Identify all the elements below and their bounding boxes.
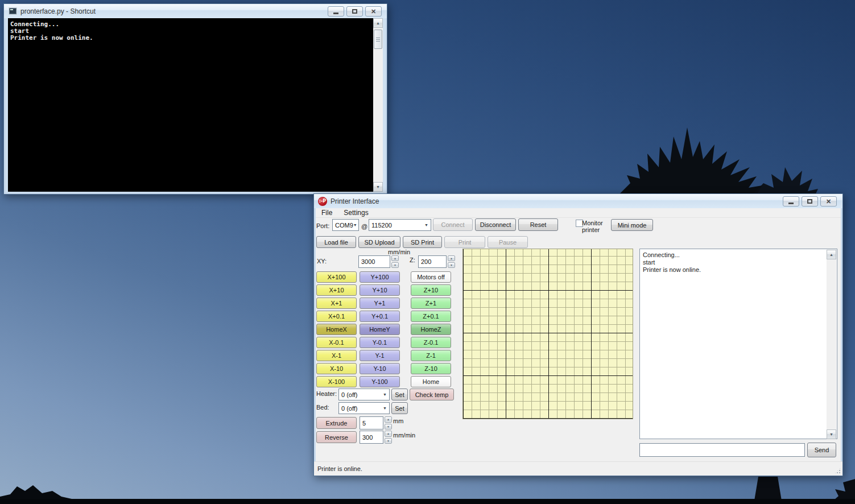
port-select[interactable]: COM9 ▼ [332,219,359,231]
jog-z-plus-10[interactable]: Z+10 [411,284,451,296]
scroll-down-icon[interactable]: ▼ [373,182,383,192]
reset-button[interactable]: Reset [518,218,558,231]
menu-file[interactable]: File [316,209,338,217]
close-button[interactable]: ✕ [365,6,382,16]
jog-y-plus-0-1[interactable]: Y+0.1 [360,311,400,322]
print-button[interactable]: Print [444,236,485,248]
spin-down-icon[interactable]: ▼ [448,262,455,268]
jog-y-minus-0-1[interactable]: Y-0.1 [360,337,400,348]
move-grid[interactable] [462,249,633,419]
jog-y-minus-100[interactable]: Y-100 [360,376,400,387]
load-file-button[interactable]: Load file [316,236,356,248]
spin-down-icon[interactable]: ▼ [385,424,392,430]
extrude-length-stepper[interactable]: ▲ ▼ [385,416,392,429]
jog-y-minus-10[interactable]: Y-10 [360,363,400,374]
home-y-button[interactable]: HomeY [360,324,400,335]
monitor-printer-label: Monitor printer [582,220,609,233]
jog-x-minus-0-1[interactable]: X-0.1 [316,337,357,348]
reverse-button[interactable]: Reverse [316,431,357,443]
jog-x-minus-100[interactable]: X-100 [316,376,357,387]
heater-temp-select[interactable]: 0 (off) ▼ [338,389,390,400]
sd-upload-button[interactable]: SD Upload [358,236,400,248]
jog-x-plus-10[interactable]: X+10 [316,284,357,296]
spin-down-icon[interactable]: ▼ [391,262,399,268]
scroll-up-icon[interactable]: ▲ [373,18,383,28]
xy-speed-input[interactable] [358,255,390,268]
mini-mode-button[interactable]: Mini mode [611,219,653,231]
pause-button[interactable]: Pause [488,236,528,248]
home-z-button[interactable]: HomeZ [411,324,451,335]
scroll-down-icon[interactable]: ▼ [827,429,836,439]
console-scrollbar[interactable]: ▲ ▼ [373,18,383,192]
jog-x-plus-1[interactable]: X+1 [316,298,357,309]
sd-print-button[interactable]: SD Print [403,236,442,248]
log-scrollbar[interactable]: ▲ ▼ [827,250,836,439]
baud-select[interactable]: 115200 ▼ [369,219,431,231]
send-button[interactable]: Send [807,443,836,457]
check-temp-button[interactable]: Check temp [410,389,454,400]
reverse-speed-input[interactable] [360,431,383,444]
jog-z-plus-1[interactable]: Z+1 [411,298,451,309]
spin-up-icon[interactable]: ▲ [391,255,399,261]
heater-set-button[interactable]: Set [391,389,408,400]
reverse-speed-stepper[interactable]: ▲ ▼ [385,431,392,444]
jog-z-plus-0-1[interactable]: Z+0.1 [411,311,451,322]
bed-set-button[interactable]: Set [391,402,408,414]
maximize-button[interactable] [346,6,363,16]
z-speed-stepper[interactable]: ▲ ▼ [448,255,455,268]
heater-label: Heater: [316,390,337,397]
home-all-button[interactable]: Home [411,376,451,387]
chevron-down-icon: ▼ [424,223,428,227]
console-window: pronterface.py - Shortcut ✕ Connecting..… [3,3,387,195]
motors-off-button[interactable]: Motors off [411,271,451,283]
spin-down-icon[interactable]: ▼ [385,438,392,444]
home-x-button[interactable]: HomeX [316,324,357,335]
jog-y-plus-10[interactable]: Y+10 [360,284,400,296]
xy-speed-label: XY: [317,258,327,265]
jog-x-plus-100[interactable]: X+100 [316,271,357,283]
extrude-unit-label: mm [393,418,403,424]
z-speed-input[interactable] [418,255,447,268]
scroll-up-icon[interactable]: ▲ [827,250,836,259]
log-line: Printer is now online. [640,266,837,274]
spin-up-icon[interactable]: ▲ [385,431,392,437]
maximize-button[interactable] [802,196,818,206]
heater-temp-value: 0 (off) [341,391,383,398]
resize-grip-icon[interactable] [835,468,841,474]
bed-temp-value: 0 (off) [341,405,383,412]
gcode-command-input[interactable] [639,443,805,457]
scrollbar-thumb[interactable] [374,30,382,49]
jog-y-plus-1[interactable]: Y+1 [360,298,400,309]
jog-x-plus-0-1[interactable]: X+0.1 [316,311,357,322]
jog-z-minus-10[interactable]: Z-10 [411,363,451,374]
console-titlebar[interactable]: pronterface.py - Shortcut ✕ [4,4,387,18]
minimize-button[interactable] [328,6,344,16]
jog-z-minus-1[interactable]: Z-1 [411,350,451,361]
extrude-length-input[interactable] [360,416,383,429]
menubar: File Settings [316,208,841,218]
menu-settings[interactable]: Settings [338,209,374,217]
port-label: Port: [316,222,329,229]
xy-speed-stepper[interactable]: ▲ ▼ [391,255,399,268]
jog-z-minus-0-1[interactable]: Z-0.1 [411,337,451,348]
status-bar: Printer is online. [314,461,842,476]
jog-x-minus-1[interactable]: X-1 [316,350,357,361]
jog-x-minus-10[interactable]: X-10 [316,363,357,374]
jog-y-minus-1[interactable]: Y-1 [360,350,400,361]
feedrate-unit-label: mm/min [388,249,410,255]
spin-up-icon[interactable]: ▲ [385,416,392,423]
extrude-button[interactable]: Extrude [316,417,357,429]
close-button[interactable]: ✕ [820,196,837,206]
disconnect-button[interactable]: Disconnect [475,218,516,231]
reverse-unit-label: mm/min [393,432,415,439]
console-line: Printer is now online. [8,35,373,42]
chevron-down-icon: ▼ [383,406,387,410]
pronterface-app-icon: :-P [318,197,327,206]
console-output: Connecting... start Printer is now onlin… [8,18,373,192]
spin-up-icon[interactable]: ▲ [448,255,455,261]
jog-y-plus-100[interactable]: Y+100 [360,271,400,283]
printer-titlebar[interactable]: :-P Printer Interface ✕ [314,194,842,208]
connect-button[interactable]: Connect [433,218,473,231]
minimize-button[interactable] [783,196,799,206]
bed-temp-select[interactable]: 0 (off) ▼ [338,402,390,414]
